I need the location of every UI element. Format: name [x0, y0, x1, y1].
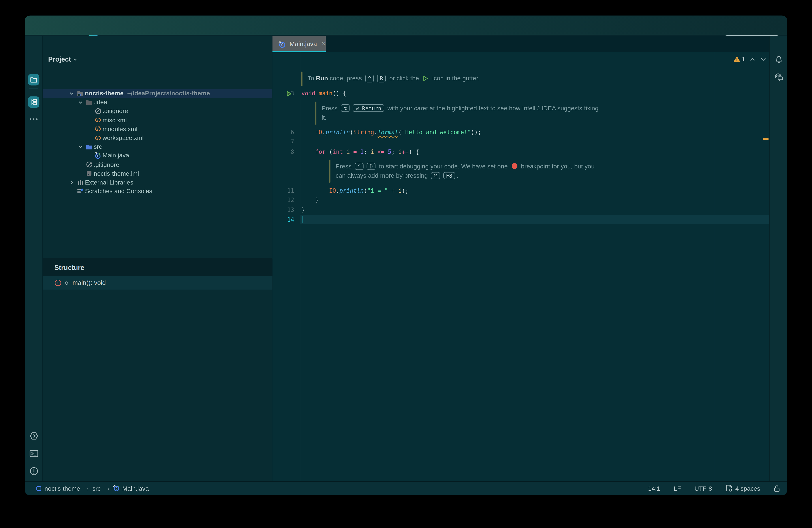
- tree-item-external-libraries[interactable]: External Libraries: [43, 178, 272, 187]
- code-token: [301, 129, 315, 135]
- chevron-right-icon[interactable]: [69, 180, 74, 185]
- breadcrumb-src[interactable]: src: [92, 485, 101, 492]
- svg-text:C: C: [97, 154, 99, 158]
- next-problem-icon[interactable]: [761, 57, 766, 61]
- file-encoding[interactable]: UTF-8: [694, 485, 712, 492]
- code-token: for: [315, 148, 326, 155]
- ai-chat-icon[interactable]: [773, 72, 784, 82]
- tab-main-java[interactable]: C Main.java ×: [272, 36, 326, 52]
- tip-indicator-bar: [315, 101, 316, 125]
- tree-item-label: .gitignore: [94, 161, 119, 168]
- indent-style[interactable]: 4 spaces: [725, 485, 760, 492]
- lock-icon[interactable]: [773, 485, 780, 492]
- tree-item-modules-xml[interactable]: modules.xml: [43, 125, 272, 133]
- inspections-widget[interactable]: 1: [733, 56, 766, 62]
- svg-text:C: C: [281, 42, 284, 47]
- keycap: ^: [365, 75, 374, 82]
- notifications-icon[interactable]: [773, 54, 784, 64]
- code-token: i: [398, 148, 402, 155]
- structure-item-main[interactable]: m main(): void: [43, 276, 272, 290]
- code-line-6[interactable]: IO.println(String.format("Hello and welc…: [301, 127, 481, 137]
- folder-project-icon: [76, 90, 84, 97]
- tree-item-noctis-theme-iml[interactable]: noctis-theme.iml: [43, 169, 272, 178]
- tree-item-label: noctis-theme~/IdeaProjects/noctis-theme: [85, 90, 210, 97]
- warning-count: 1: [742, 56, 745, 62]
- svg-text:C: C: [115, 487, 117, 491]
- keycap: ⏎ Return: [353, 104, 384, 112]
- code-token: +: [391, 187, 395, 194]
- scratch-icon: [76, 188, 84, 195]
- tree-item-label: src: [94, 143, 102, 150]
- code-token: ));: [471, 129, 481, 135]
- tree-item-noctis-theme[interactable]: noctis-theme~/IdeaProjects/noctis-theme: [43, 89, 272, 98]
- svg-text:m: m: [57, 281, 59, 285]
- chevron-down-icon[interactable]: [69, 91, 74, 96]
- indent-settings-icon: [725, 485, 733, 492]
- text-caret: [302, 216, 303, 223]
- structure-panel-header[interactable]: Structure: [54, 264, 84, 271]
- tree-item-src[interactable]: src: [43, 142, 272, 151]
- tip-indicator-bar: [329, 159, 330, 183]
- tree-item-misc-xml[interactable]: misc.xml: [43, 116, 272, 125]
- title-bar: NT noctis-theme Version control Current …: [25, 15, 787, 35]
- java-icon: C: [94, 152, 102, 159]
- run-line-icon[interactable]: [286, 90, 292, 97]
- editor-area[interactable]: 1 To Run code, press ^R or click the ico…: [272, 52, 769, 481]
- breadcrumb-separator: ›: [87, 485, 89, 491]
- run-tool-button[interactable]: [28, 430, 39, 441]
- code-token: i: [371, 148, 374, 155]
- editor-tip-text: can always add more by pressing ⌘F8.: [336, 171, 459, 180]
- breakpoint-dot-icon: [511, 163, 517, 169]
- keycap: F8: [443, 172, 455, 180]
- breadcrumb-file[interactable]: Main.java: [122, 485, 149, 492]
- close-tab-icon[interactable]: ×: [322, 42, 326, 46]
- keycap: D: [367, 162, 376, 170]
- code-line-3[interactable]: void main() {: [301, 88, 346, 98]
- project-panel-header[interactable]: Project: [48, 55, 77, 63]
- code-line-12[interactable]: }: [301, 195, 319, 205]
- code-token: IO: [329, 187, 336, 194]
- tree-item--gitignore[interactable]: .gitignore: [43, 160, 272, 169]
- tree-item-label: Scratches and Consoles: [85, 188, 152, 195]
- code-token: <=: [378, 148, 385, 155]
- structure-tool-button[interactable]: [28, 96, 40, 108]
- right-tool-stripe: [769, 36, 787, 481]
- code-token: [388, 187, 391, 194]
- caret-position[interactable]: 14:1: [648, 485, 660, 492]
- prev-problem-icon[interactable]: [750, 57, 755, 61]
- tree-item-label: .idea: [94, 99, 107, 106]
- code-token: 1: [360, 148, 364, 155]
- tree-item-scratches-and-consoles[interactable]: Scratches and Consoles: [43, 187, 272, 196]
- tree-item-label: misc.xml: [103, 116, 127, 124]
- chevron-down-icon[interactable]: [78, 100, 83, 104]
- tree-item-workspace-xml[interactable]: workspace.xml: [43, 133, 272, 142]
- run-icon: [423, 76, 429, 82]
- tree-item-label: .gitignore: [103, 108, 128, 115]
- xml-icon: [94, 125, 102, 133]
- code-line-13[interactable]: }: [301, 205, 305, 215]
- code-token: [301, 148, 315, 155]
- code-line-8[interactable]: for (int i = 1; i <= 5; i++) {: [301, 147, 419, 157]
- gutter-separator: [300, 52, 300, 481]
- code-token: }: [301, 206, 305, 213]
- code-token: .: [322, 129, 326, 135]
- tree-item-main-java[interactable]: CMain.java: [43, 151, 272, 160]
- line-separator[interactable]: LF: [673, 485, 681, 492]
- structure-item-label: main(): void: [73, 279, 106, 286]
- project-tool-button[interactable]: [28, 74, 40, 85]
- code-token: println: [326, 129, 350, 135]
- terminal-tool-button[interactable]: [28, 448, 39, 458]
- more-tool-windows-icon[interactable]: [28, 114, 39, 124]
- chevron-down-icon[interactable]: [78, 144, 83, 149]
- tree-item--gitignore[interactable]: .gitignore: [43, 106, 272, 115]
- code-token: void: [301, 90, 315, 97]
- editor-tip-text: Press ⌥⏎ Return with your caret at the h…: [321, 103, 598, 113]
- structure-panel-header-band: Structure: [43, 259, 272, 276]
- breadcrumb-project[interactable]: noctis-theme: [45, 485, 80, 492]
- problems-tool-button[interactable]: [28, 466, 39, 476]
- warning-stripe-mark[interactable]: [763, 139, 769, 140]
- tree-item--idea[interactable]: .idea: [43, 98, 272, 106]
- keycap: R: [377, 75, 386, 82]
- tree-item-label: External Libraries: [85, 179, 133, 186]
- code-line-11[interactable]: IO.println("i = " + i);: [301, 186, 409, 196]
